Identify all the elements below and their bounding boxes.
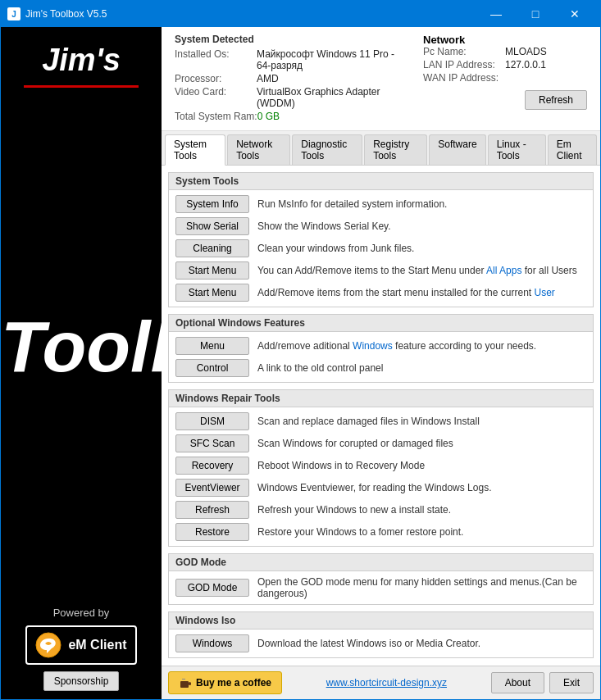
content-area: System Tools System Info Run MsInfo for … (162, 166, 600, 666)
system-tools-header: System Tools (169, 173, 593, 190)
show-serial-button[interactable]: Show Serial (175, 217, 249, 235)
recovery-button[interactable]: Recovery (175, 457, 249, 475)
processor-row: Processor: AMD (175, 73, 407, 84)
title-bar: J Jim's Toolbox V5.5 — □ ✕ (1, 1, 600, 27)
processor-value: AMD (257, 73, 279, 84)
os-value: Майкрософт Windows 11 Pro - 64-разряд (257, 48, 407, 71)
dism-button[interactable]: DISM (175, 412, 249, 430)
tool-row-cleaning: Cleaning Clean your windows from Junk fi… (175, 239, 586, 257)
emclient-branding: eM Client (25, 625, 136, 665)
lan-ip-value: 127.0.0.1 (505, 59, 546, 70)
eventviewer-button[interactable]: EventViewer (175, 479, 249, 497)
main-content: Jim's Toolbox Powered by eM Client Spons… (1, 27, 600, 699)
exit-button[interactable]: Exit (549, 672, 594, 693)
god-mode-header: GOD Mode (169, 554, 593, 571)
about-button[interactable]: About (491, 672, 544, 693)
windows-iso-button[interactable]: Windows (175, 634, 249, 652)
lan-ip-row: LAN IP Address: 127.0.0.1 (423, 59, 587, 70)
system-tools-content: System Info Run MsInfo for detailed syst… (169, 190, 593, 307)
tab-linux-tools[interactable]: Linux - Tools (488, 134, 546, 165)
emclient-icon (35, 632, 61, 658)
pc-name-value: MLOADS (505, 46, 547, 57)
optional-windows-section: Optional Windows Features Menu Add/remov… (168, 314, 594, 383)
tab-registry-tools[interactable]: Registry Tools (364, 134, 427, 165)
refresh-tool-button[interactable]: Refresh (175, 501, 249, 519)
minimize-button[interactable]: — (477, 1, 515, 27)
coffee-icon (179, 676, 192, 689)
tool-row-windows-iso: Windows Download the latest Windows iso … (175, 634, 586, 652)
start-menu-1-button[interactable]: Start Menu (175, 261, 249, 280)
network-title: Network (423, 34, 587, 46)
close-button[interactable]: ✕ (556, 1, 594, 27)
sidebar-jims-title: Jim's (42, 35, 121, 82)
restore-button[interactable]: Restore (175, 523, 249, 541)
sidebar-toolbox-text: Toolbox (1, 311, 162, 383)
tabs-bar: System Tools Network Tools Diagnostic To… (162, 131, 600, 166)
eventviewer-desc: Windows Eventviewer, for reading the Win… (257, 482, 491, 493)
os-row: Installed Os: Майкрософт Windows 11 Pro … (175, 48, 407, 71)
tab-diagnostic-tools[interactable]: Diagnostic Tools (292, 134, 362, 165)
network-refresh-button[interactable]: Refresh (525, 90, 587, 110)
system-detected-section: System Detected Installed Os: Майкрософт… (175, 34, 407, 124)
website-link[interactable]: www.shortcircuit-design.xyz (287, 677, 486, 689)
tab-system-tools[interactable]: System Tools (165, 134, 225, 166)
god-mode-section: GOD Mode GOD Mode Open the GOD mode menu… (168, 553, 594, 605)
start-menu-2-button[interactable]: Start Menu (175, 284, 249, 302)
sponsorship-button[interactable]: Sponsorship (43, 671, 120, 691)
restore-desc: Restore your Windows to a fomer restore … (257, 526, 463, 538)
sfc-scan-button[interactable]: SFC Scan (175, 434, 249, 452)
sidebar: Jim's Toolbox Powered by eM Client Spons… (1, 27, 162, 699)
right-panel: System Detected Installed Os: Майкрософт… (162, 27, 600, 699)
start-menu-1-desc: You can Add/Remove items to the Start Me… (257, 265, 577, 276)
god-mode-button[interactable]: GOD Mode (175, 579, 249, 597)
windows-iso-desc: Download the latest Windows iso or Media… (257, 638, 480, 649)
coffee-button[interactable]: Buy me a coffee (168, 671, 282, 694)
sfc-scan-desc: Scan Windows for corupted or damaged fil… (257, 438, 453, 449)
tool-row-control: Control A link to the old control panel (175, 359, 586, 377)
maximize-button[interactable]: □ (517, 1, 554, 27)
lan-ip-label: LAN IP Address: (423, 59, 505, 70)
windows-repair-section: Windows Repair Tools DISM Scan and repla… (168, 389, 594, 547)
windows-repair-content: DISM Scan and replace damaged files in W… (169, 407, 593, 546)
menu-button[interactable]: Menu (175, 337, 249, 355)
svg-rect-2 (189, 682, 191, 685)
windows-iso-section: Windows Iso Windows Download the latest … (168, 611, 594, 658)
coffee-label: Buy me a coffee (196, 677, 271, 689)
network-and-refresh: Network Pc Name: MLOADS LAN IP Address: … (423, 34, 587, 124)
tool-row-sfc-scan: SFC Scan Scan Windows for corupted or da… (175, 434, 586, 452)
os-label: Installed Os: (175, 48, 257, 71)
system-info-desc: Run MsInfo for detailed system informati… (257, 198, 447, 210)
system-tools-section: System Tools System Info Run MsInfo for … (168, 172, 594, 307)
bottom-bar: Buy me a coffee www.shortcircuit-design.… (162, 666, 600, 699)
windows-repair-header: Windows Repair Tools (169, 390, 593, 407)
sidebar-powered-label: Powered by (53, 607, 110, 622)
tab-software[interactable]: Software (429, 134, 485, 165)
tab-network-tools[interactable]: Network Tools (227, 134, 290, 165)
tab-em-client[interactable]: Em Client (548, 134, 597, 165)
menu-desc: Add/remove aditional Windows feature acc… (257, 340, 536, 352)
pc-name-label: Pc Name: (423, 46, 505, 57)
tool-row-god-mode: GOD Mode Open the GOD mode menu for many… (175, 576, 586, 599)
optional-windows-header: Optional Windows Features (169, 315, 593, 332)
tool-row-system-info: System Info Run MsInfo for detailed syst… (175, 195, 586, 213)
system-detected-title: System Detected (175, 34, 407, 45)
tool-row-restore: Restore Restore your Windows to a fomer … (175, 523, 586, 541)
cleaning-button[interactable]: Cleaning (175, 239, 249, 257)
windows-iso-header: Windows Iso (169, 612, 593, 630)
app-icon: J (7, 7, 20, 20)
cleaning-desc: Clean your windows from Junk files. (257, 243, 414, 254)
refresh-desc: Refresh your Windows to new a install st… (257, 504, 451, 516)
system-info-bar: System Detected Installed Os: Майкрософт… (162, 27, 600, 131)
tool-row-menu: Menu Add/remove aditional Windows featur… (175, 337, 586, 355)
control-button[interactable]: Control (175, 359, 249, 377)
recovery-desc: Reboot Windows in to Recovery Mode (257, 460, 425, 471)
ram-value: 0 GB (257, 111, 280, 122)
optional-windows-content: Menu Add/remove aditional Windows featur… (169, 332, 593, 382)
video-card-label: Video Card: (175, 86, 257, 109)
tool-row-recovery: Recovery Reboot Windows in to Recovery M… (175, 457, 586, 475)
tool-row-show-serial: Show Serial Show the Windows Serial Key. (175, 217, 586, 235)
god-mode-content: GOD Mode Open the GOD mode menu for many… (169, 571, 593, 604)
pc-name-row: Pc Name: MLOADS (423, 46, 587, 57)
emclient-label: eM Client (68, 638, 126, 652)
system-info-button[interactable]: System Info (175, 195, 249, 213)
